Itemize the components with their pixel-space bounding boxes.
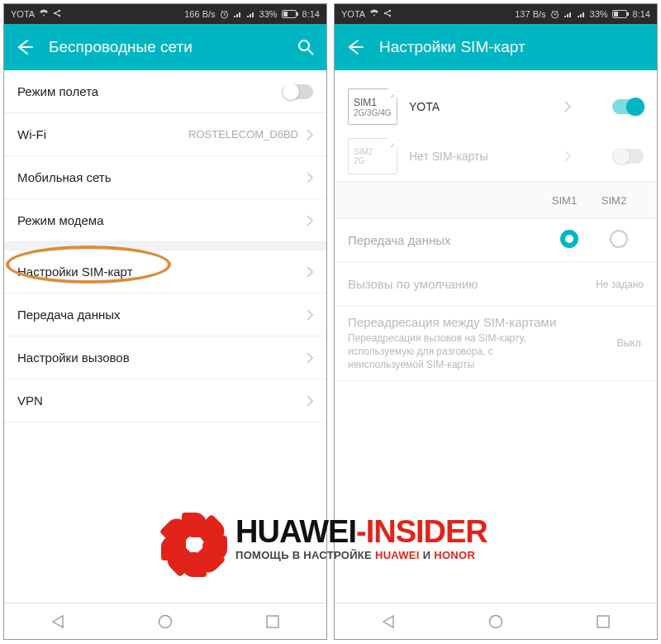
svg-rect-16 bbox=[614, 12, 618, 17]
svg-point-7 bbox=[299, 41, 309, 50]
svg-point-12 bbox=[389, 15, 391, 17]
chevron-right-icon bbox=[307, 129, 313, 141]
alarm-icon bbox=[220, 10, 229, 19]
radio-sim1-data[interactable] bbox=[560, 230, 578, 248]
row-label: Мобильная сеть bbox=[17, 170, 307, 184]
carrier-label: YOTA bbox=[341, 9, 365, 19]
header-title: Настройки SIM-карт bbox=[379, 38, 645, 56]
chevron-right-icon bbox=[307, 395, 313, 407]
app-header: Настройки SIM-карт bbox=[335, 24, 657, 70]
chevron-right-icon bbox=[307, 215, 313, 227]
svg-point-2 bbox=[59, 15, 60, 17]
chevron-right-icon bbox=[307, 309, 313, 321]
row-sim-settings[interactable]: Настройки SIM-карт bbox=[4, 250, 326, 293]
sim-settings-list: SIM1 2G/3G/4G YOTA SIM2 2G Нет SIM-карты bbox=[335, 70, 657, 603]
nav-home-icon[interactable] bbox=[157, 613, 174, 630]
row-data-transfer: Передача данных bbox=[335, 219, 657, 262]
svg-point-17 bbox=[490, 615, 502, 627]
nav-home-icon[interactable] bbox=[487, 613, 504, 630]
row-mobile-network[interactable]: Мобильная сеть bbox=[4, 156, 326, 199]
row-label: Настройки SIM-карт bbox=[17, 265, 307, 279]
section-gap bbox=[4, 242, 326, 250]
row-airplane-mode[interactable]: Режим полета bbox=[4, 70, 326, 113]
row-subtitle: Переадресация вызовов на SIM-карту, испо… bbox=[348, 332, 546, 372]
chevron-right-icon bbox=[564, 150, 571, 162]
radio-sim2-data bbox=[610, 230, 628, 248]
nav-bar bbox=[4, 603, 326, 639]
phone-left: YOTA 166 B/s 33% bbox=[3, 3, 327, 640]
row-label: VPN bbox=[17, 394, 307, 408]
signal-icon-2 bbox=[577, 10, 586, 18]
row-value: Выкл. bbox=[617, 337, 644, 349]
row-wifi[interactable]: Wi-Fi ROSTELECOM_D6BD bbox=[4, 113, 326, 156]
wifi-value: ROSTELECOM_D6BD bbox=[188, 128, 298, 141]
battery-pct: 33% bbox=[590, 9, 608, 19]
toggle-sim1[interactable] bbox=[612, 99, 644, 114]
sim-slot-label: SIM1 bbox=[354, 97, 377, 108]
speed-label: 137 B/s bbox=[515, 9, 545, 19]
nav-bar bbox=[335, 603, 657, 639]
nav-recent-icon[interactable] bbox=[595, 613, 611, 630]
svg-point-10 bbox=[384, 12, 386, 14]
svg-point-8 bbox=[159, 615, 172, 627]
chevron-right-icon bbox=[564, 101, 571, 112]
time-label: 8:14 bbox=[633, 9, 650, 19]
status-bar: YOTA 166 B/s 33% bbox=[4, 4, 326, 24]
row-label: Режим модема bbox=[17, 213, 307, 227]
row-data-usage[interactable]: Передача данных bbox=[4, 293, 326, 336]
back-icon[interactable] bbox=[346, 38, 364, 56]
signal-icon-1 bbox=[233, 10, 242, 18]
row-default-calls[interactable]: Вызовы по умолчанию Не задано bbox=[335, 262, 657, 307]
app-header: Беспроводные сети bbox=[4, 24, 326, 70]
phone-right: YOTA 137 B/s 33% bbox=[334, 3, 658, 640]
settings-list: Режим полета Wi-Fi ROSTELECOM_D6BD Мобил… bbox=[4, 70, 326, 603]
carrier-label: YOTA bbox=[11, 9, 35, 19]
alarm-icon bbox=[550, 10, 559, 19]
header-title: Беспроводные сети bbox=[49, 38, 282, 56]
search-icon[interactable] bbox=[297, 38, 315, 56]
nav-recent-icon[interactable] bbox=[264, 613, 281, 630]
sim-bands-label: 2G bbox=[354, 156, 364, 165]
speed-label: 166 B/s bbox=[184, 9, 215, 19]
sim-card-icon: SIM2 2G bbox=[348, 138, 397, 174]
nav-back-icon[interactable] bbox=[50, 613, 66, 630]
toggle-airplane[interactable] bbox=[282, 84, 313, 99]
col-sim2: SIM2 bbox=[589, 194, 639, 207]
back-icon[interactable] bbox=[16, 38, 34, 56]
time-label: 8:14 bbox=[302, 9, 320, 19]
svg-point-11 bbox=[389, 10, 391, 12]
row-title: Переадресация между SIM-картами bbox=[348, 315, 617, 329]
row-label: Передача данных bbox=[17, 308, 307, 322]
wifi-icon bbox=[369, 9, 379, 19]
row-tethering[interactable]: Режим модема bbox=[4, 199, 326, 242]
status-bar: YOTA 137 B/s 33% bbox=[335, 4, 657, 24]
nav-back-icon[interactable] bbox=[380, 613, 397, 630]
row-label: Wi-Fi bbox=[17, 127, 188, 141]
svg-rect-6 bbox=[283, 12, 288, 17]
sim-slot-label: SIM2 bbox=[354, 147, 373, 156]
svg-rect-18 bbox=[597, 616, 609, 627]
toggle-sim2 bbox=[612, 149, 644, 164]
row-label: Настройки вызовов bbox=[17, 351, 307, 365]
svg-rect-15 bbox=[627, 12, 629, 16]
wifi-icon bbox=[39, 9, 49, 19]
row-vpn[interactable]: VPN bbox=[4, 379, 326, 422]
battery-icon bbox=[612, 10, 629, 18]
svg-point-1 bbox=[59, 10, 60, 12]
sim-card-icon: SIM1 2G/3G/4G bbox=[348, 88, 397, 125]
svg-rect-5 bbox=[297, 12, 298, 16]
sim2-row: SIM2 2G Нет SIM-карты bbox=[348, 131, 644, 181]
battery-pct: 33% bbox=[259, 9, 278, 19]
sim-name: Нет SIM-карты bbox=[409, 150, 553, 163]
row-label: Передача данных bbox=[348, 233, 544, 247]
share-icon bbox=[53, 9, 61, 19]
sim-bands-label: 2G/3G/4G bbox=[354, 108, 392, 117]
share-icon bbox=[383, 9, 392, 19]
svg-rect-9 bbox=[267, 616, 278, 627]
row-call-settings[interactable]: Настройки вызовов bbox=[4, 336, 326, 379]
chevron-right-icon bbox=[307, 266, 313, 278]
sim1-row[interactable]: SIM1 2G/3G/4G YOTA bbox=[348, 82, 644, 131]
battery-icon bbox=[282, 10, 298, 18]
svg-point-0 bbox=[54, 12, 55, 14]
chevron-right-icon bbox=[307, 352, 313, 364]
